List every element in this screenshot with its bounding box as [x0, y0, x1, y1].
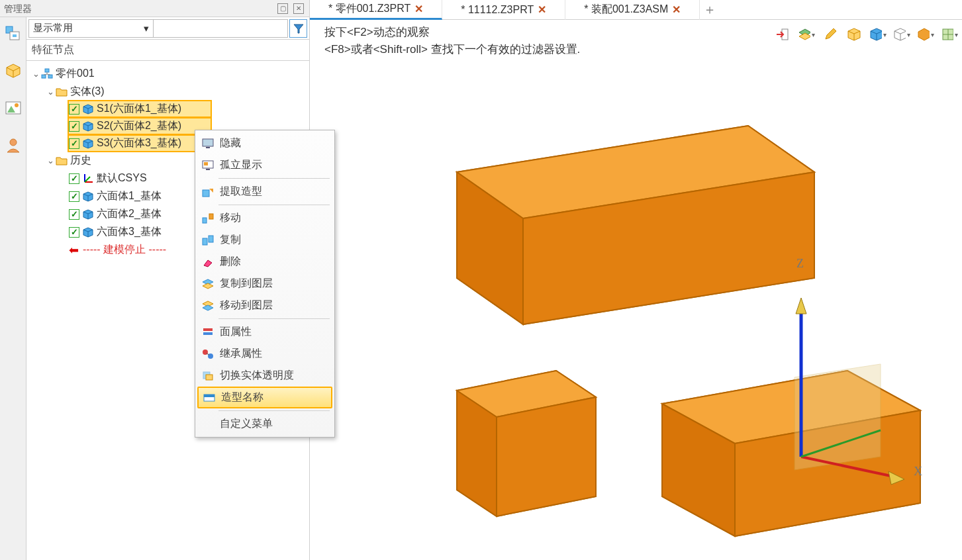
user-icon[interactable] — [3, 135, 23, 155]
eraser-icon — [200, 255, 216, 269]
close-icon[interactable]: ✕ — [414, 3, 423, 15]
ctx-delete[interactable]: 删除 — [197, 251, 332, 273]
shaded-cube-icon[interactable] — [845, 26, 863, 43]
copy-icon — [200, 233, 216, 248]
svg-marker-9 — [294, 24, 303, 33]
checkbox-icon[interactable] — [69, 138, 79, 149]
svg-line-14 — [44, 74, 47, 75]
layers-icon[interactable] — [798, 26, 815, 43]
hint-line1: 按下<F2>动态的观察 — [324, 24, 580, 41]
close-icon[interactable]: ✕ — [293, 3, 304, 14]
name-tag-icon — [201, 391, 217, 405]
expander-icon[interactable]: ⌄ — [45, 87, 56, 97]
extract-icon — [200, 185, 216, 199]
checkbox-icon[interactable] — [69, 121, 79, 132]
svg-rect-35 — [206, 169, 210, 170]
ctx-customize[interactable]: 自定义菜单 — [197, 413, 332, 435]
ctx-move-to-layer[interactable]: 移动到图层 — [197, 295, 332, 316]
tab-part001[interactable]: * 零件001.Z3PRT ✕ — [310, 0, 442, 20]
ctx-copy[interactable]: 复制 — [197, 229, 332, 251]
ctx-move[interactable]: 移动 — [197, 207, 332, 229]
tree-solid-item[interactable]: S3(六面体3_基体) — [68, 134, 212, 152]
tree-item-label: S1(六面体1_基体) — [97, 102, 181, 116]
tab-add-button[interactable]: ＋ — [700, 1, 720, 19]
svg-line-15 — [47, 74, 50, 75]
tree-solid-item[interactable]: S2(六面体2_基体) — [68, 117, 212, 135]
tree-root-label: 零件001 — [56, 67, 95, 81]
manager-title: 管理器 — [4, 0, 32, 17]
blue-cube-icon[interactable] — [869, 26, 887, 43]
axis-label-x: X — [914, 465, 922, 479]
hex-icon[interactable] — [917, 26, 934, 43]
svg-marker-59 — [826, 28, 836, 39]
tab-11112[interactable]: * 11112.Z3PRT ✕ — [442, 0, 565, 20]
image-icon[interactable] — [3, 98, 23, 118]
face-attr-icon — [200, 325, 216, 340]
part-icon[interactable] — [3, 61, 23, 81]
filter-select[interactable]: 显示常用 ▾ — [28, 19, 154, 38]
viewport-3d[interactable]: Z X — [338, 60, 962, 560]
svg-rect-12 — [48, 75, 52, 78]
expander-icon[interactable]: ⌄ — [30, 69, 41, 79]
checkbox-icon[interactable] — [69, 173, 79, 184]
tree-solids-folder[interactable]: ⌄ 实体(3) — [26, 83, 309, 101]
assembly-icon[interactable] — [3, 24, 23, 44]
cube-icon — [82, 191, 94, 203]
monitor-icon — [200, 136, 216, 151]
ctx-face-attr[interactable]: 面属性 — [197, 321, 332, 343]
tree-root[interactable]: ⌄ 零件001 — [26, 65, 309, 83]
checkbox-icon[interactable] — [69, 104, 79, 115]
expander-icon[interactable]: ⌄ — [45, 156, 56, 165]
ctx-label: 自定义菜单 — [220, 417, 273, 431]
checkbox-icon[interactable] — [69, 191, 79, 202]
solid-2 — [457, 371, 596, 516]
svg-rect-47 — [203, 328, 213, 331]
svg-marker-44 — [203, 283, 213, 289]
ctx-label: 复制到图层 — [220, 277, 273, 291]
exit-icon[interactable] — [774, 26, 791, 43]
restore-icon[interactable]: ▢ — [277, 3, 288, 14]
wire-cube-icon[interactable] — [893, 26, 910, 43]
ctx-inherit-attr[interactable]: 继承属性 — [197, 343, 332, 365]
cube-icon — [82, 226, 94, 238]
svg-rect-41 — [209, 236, 213, 242]
csys-icon — [82, 173, 94, 185]
ctx-isolate[interactable]: 孤立显示 — [197, 154, 332, 176]
tree-solids-label: 实体(3) — [70, 85, 105, 99]
separator — [218, 318, 330, 319]
transparency-icon — [200, 369, 216, 383]
ctx-hide[interactable]: 隐藏 — [197, 132, 332, 154]
filter-funnel-button[interactable] — [289, 19, 307, 38]
checkbox-icon[interactable] — [69, 227, 79, 238]
tree-history-label: 历史 — [70, 154, 91, 167]
cube-icon — [82, 103, 94, 115]
tab-assembly001[interactable]: * 装配001.Z3ASM ✕ — [565, 0, 700, 20]
filter-input[interactable] — [154, 19, 288, 38]
close-icon[interactable]: ✕ — [672, 3, 681, 16]
svg-marker-84 — [796, 298, 806, 314]
svg-rect-31 — [203, 139, 213, 146]
ctx-label: 移动到图层 — [220, 299, 273, 312]
ctx-copy-to-layer[interactable]: 复制到图层 — [197, 273, 332, 295]
layers-move-icon — [200, 299, 216, 313]
ctx-shape-name[interactable]: 造型名称 — [197, 387, 332, 408]
svg-marker-46 — [203, 305, 213, 310]
context-menu: 隐藏 孤立显示 提取造型 移动 复制 删除 复制到图层 移动到图层 面属性 继承… — [195, 130, 335, 438]
tree-solid-item[interactable]: S1(六面体1_基体) — [68, 100, 212, 118]
checkbox-icon[interactable] — [69, 209, 79, 220]
svg-rect-38 — [203, 218, 207, 223]
grid-icon[interactable] — [941, 26, 958, 43]
view-toolbar — [774, 24, 958, 45]
ctx-extract[interactable]: 提取造型 — [197, 181, 332, 203]
ctx-label: 移动 — [220, 211, 241, 225]
pencil-icon[interactable] — [822, 26, 839, 43]
ctx-label: 删除 — [220, 255, 241, 269]
manager-title-bar: 管理器 ▢ ✕ — [0, 0, 309, 17]
svg-rect-36 — [203, 190, 209, 197]
manager-window-buttons: ▢ ✕ — [277, 3, 309, 14]
viewport-hint: 按下<F2>动态的观察 <F8>或者<Shift-roll> 查找下一个有效的过… — [324, 24, 580, 58]
svg-rect-48 — [203, 332, 213, 335]
close-icon[interactable]: ✕ — [538, 3, 546, 16]
ctx-toggle-transparency[interactable]: 切换实体透明度 — [197, 365, 332, 387]
assembly-root-icon — [41, 68, 53, 80]
